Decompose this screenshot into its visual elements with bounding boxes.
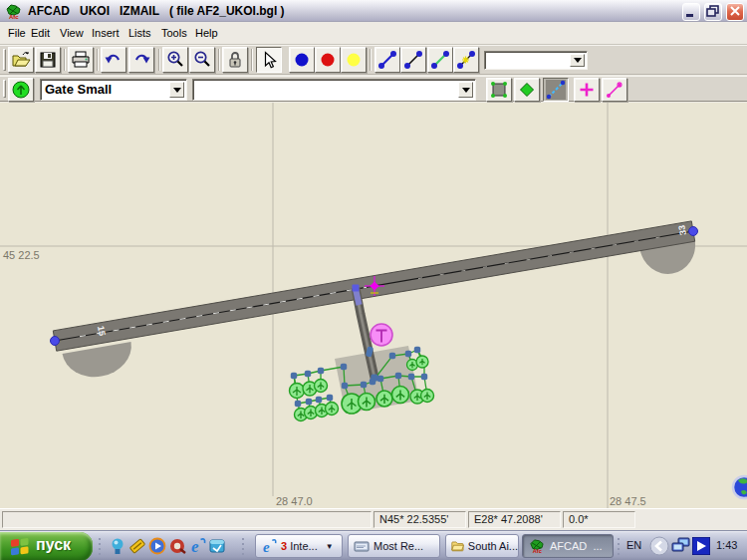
svg-text:e: e — [263, 539, 270, 554]
svg-text:28 47.0: 28 47.0 — [276, 495, 313, 507]
svg-text:28 47.5: 28 47.5 — [610, 495, 646, 507]
svg-text:Afc: Afc — [533, 548, 542, 554]
svg-text:Afc: Afc — [9, 14, 19, 20]
svg-text:15: 15 — [96, 325, 107, 336]
svg-text:33: 33 — [676, 224, 687, 235]
svg-text:45 22.5: 45 22.5 — [3, 249, 40, 261]
svg-text:e: e — [191, 537, 199, 556]
